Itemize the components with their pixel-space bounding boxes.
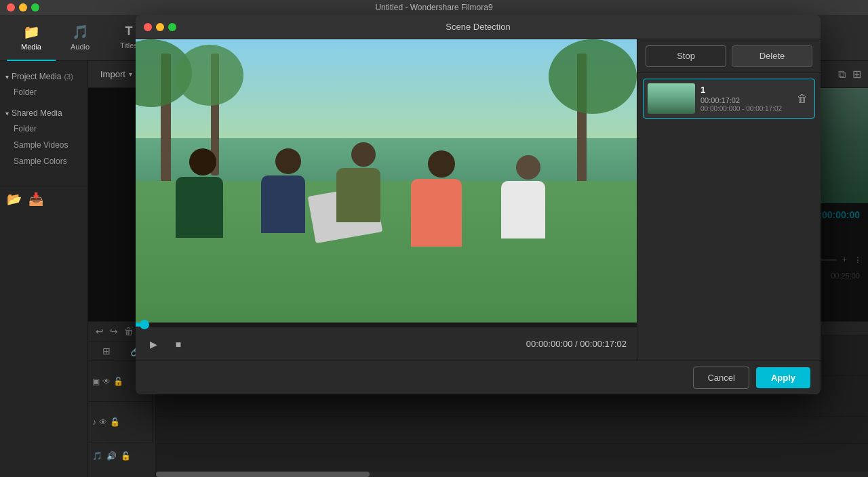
delete-scene-button[interactable]: Delete	[732, 45, 812, 67]
title-bar: Untitled - Wondershare Filmora9	[0, 0, 868, 15]
modal-overlay: Scene Detection	[88, 88, 868, 321]
import-label: Import	[100, 69, 125, 79]
lock-icon-2[interactable]: 🔓	[110, 417, 120, 427]
project-media-count: (3)	[64, 72, 73, 81]
play-button[interactable]: ▶	[146, 337, 161, 352]
scene-duration: 00:00:17:02	[701, 96, 789, 104]
audio-track-icon: ♪	[92, 417, 96, 427]
scene-info: 1 00:00:17:02 00:00:00:000 - 00:00:17:02	[701, 85, 789, 112]
modal-video-preview	[136, 39, 637, 323]
editor-area: } 00:00:00:00 ⬜ 📷 🔊 ⛶ − + ⫶	[88, 88, 868, 321]
modal-body: ▶ ■ 00:00:00:00 / 00:00:17:02 Stop Delet…	[136, 39, 821, 360]
undo-icon[interactable]: ↩	[96, 326, 104, 337]
volume-track-icon[interactable]: 🔊	[106, 451, 117, 461]
import-chevron-icon: ▾	[129, 70, 132, 78]
minimize-button[interactable]	[19, 3, 27, 12]
scene-range: 00:00:00:000 - 00:00:17:02	[701, 105, 789, 112]
apply-button[interactable]: Apply	[756, 367, 810, 388]
grid-icon[interactable]: ⊞	[852, 68, 861, 81]
import-folder-icon[interactable]: 📥	[28, 192, 43, 207]
video-progress-thumb	[140, 320, 149, 329]
lock-icon-3[interactable]: 🔓	[121, 451, 131, 461]
cancel-button[interactable]: Cancel	[693, 367, 749, 389]
modal-titlebar: Scene Detection	[136, 15, 821, 39]
modal-footer: Cancel Apply	[136, 360, 821, 394]
titles-icon: T	[125, 24, 133, 39]
import-button[interactable]: Import ▾	[95, 66, 138, 82]
sidebar-section-label-project-media: Project Media	[12, 72, 61, 81]
eye-icon-2[interactable]: 👁	[99, 417, 107, 427]
video-track-icon: ▣	[92, 377, 100, 386]
eye-icon[interactable]: 👁	[102, 377, 111, 386]
sidebar: ▾ Project Media (3) Folder ▾ Shared Medi…	[0, 61, 88, 477]
traffic-lights	[7, 3, 39, 12]
filter-icon[interactable]: ⧉	[838, 68, 846, 81]
scene-detection-modal: Scene Detection	[136, 15, 821, 394]
modal-title: Scene Detection	[446, 22, 510, 32]
scene-item[interactable]: 1 00:00:17:02 00:00:00:000 - 00:00:17:02…	[643, 79, 815, 119]
main-area: ▾ Project Media (3) Folder ▾ Shared Medi…	[0, 61, 868, 477]
chevron-down-icon: ▾	[5, 73, 9, 81]
sidebar-section-header-project-media[interactable]: ▾ Project Media (3)	[0, 69, 87, 84]
sidebar-section-label-shared-media: Shared Media	[12, 108, 62, 118]
audio-icon: 🎵	[72, 24, 89, 40]
stop-detection-button[interactable]: Stop	[646, 45, 726, 67]
scene-thumb-image	[648, 83, 695, 114]
lock-icon[interactable]: 🔓	[113, 377, 123, 386]
video-progress-bar[interactable]	[136, 323, 637, 327]
modal-right-panel: Stop Delete 1 00:0	[637, 39, 821, 360]
sidebar-item-sample-colors[interactable]: Sample Colors	[0, 153, 87, 169]
delete-icon[interactable]: 🗑	[124, 326, 134, 337]
app-title: Untitled - Wondershare Filmora9	[375, 3, 492, 12]
redo-icon[interactable]: ↪	[110, 326, 118, 337]
content-area: Import ▾ Record ▾ ⧉ ⊞	[88, 61, 868, 477]
sidebar-section-project-media: ▾ Project Media (3) Folder	[0, 66, 87, 103]
toolbar-item-audio[interactable]: 🎵 Audio	[56, 15, 104, 61]
video-progress-fill	[136, 323, 146, 327]
scene-preview-image	[136, 39, 637, 323]
sidebar-section-shared-media: ▾ Shared Media Folder Sample Videos Samp…	[0, 103, 87, 172]
modal-minimize-button[interactable]	[156, 23, 164, 31]
scene-number: 1	[701, 85, 789, 95]
media-icon: 📁	[23, 24, 40, 40]
modal-maximize-button[interactable]	[168, 23, 176, 31]
modal-action-buttons: Stop Delete	[637, 39, 821, 73]
sidebar-item-sample-videos[interactable]: Sample Videos	[0, 137, 87, 153]
sub-toolbar-right: ⧉ ⊞	[838, 68, 861, 81]
scene-delete-icon[interactable]: 🗑	[794, 90, 810, 108]
modal-timecode: 00:00:00:00 / 00:00:17:02	[526, 339, 627, 349]
scene-list: 1 00:00:17:02 00:00:00:000 - 00:00:17:02…	[637, 73, 821, 360]
sidebar-item-folder-project[interactable]: Folder	[0, 84, 87, 100]
toolbar-label-audio: Audio	[71, 43, 90, 51]
sidebar-section-header-shared-media[interactable]: ▾ Shared Media	[0, 106, 87, 121]
sidebar-item-folder-shared[interactable]: Folder	[0, 121, 87, 137]
add-track-icon[interactable]: ⊞	[102, 346, 111, 356]
modal-playback-controls: ▶ ■ 00:00:00:00 / 00:00:17:02	[136, 327, 637, 360]
toolbar-label-media: Media	[21, 43, 41, 51]
scene-thumbnail	[648, 83, 695, 114]
chevron-down-icon-2: ▾	[5, 110, 9, 117]
close-button[interactable]	[7, 3, 15, 12]
stop-button-playback[interactable]: ■	[171, 337, 186, 352]
modal-left-panel: ▶ ■ 00:00:00:00 / 00:00:17:02	[136, 39, 637, 360]
toolbar-item-media[interactable]: 📁 Media	[7, 15, 56, 61]
add-folder-icon[interactable]: 📂	[7, 192, 22, 207]
modal-close-button[interactable]	[144, 23, 152, 31]
music-icon: 🎵	[92, 451, 102, 461]
maximize-button[interactable]	[31, 3, 39, 12]
modal-traffic-lights	[144, 23, 176, 31]
